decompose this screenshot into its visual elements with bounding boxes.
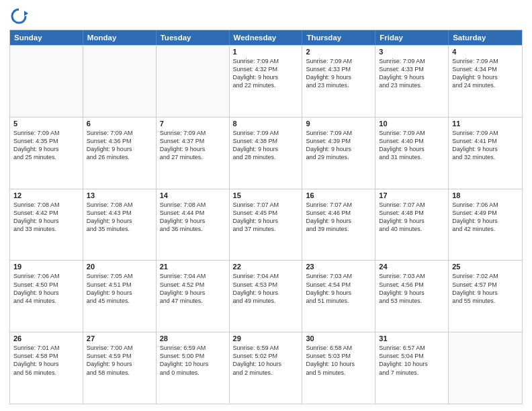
calendar-cell-11: 11Sunrise: 7:09 AMSunset: 4:41 PMDayligh… (449, 118, 522, 189)
cell-info-line: Sunrise: 7:07 AM (233, 201, 299, 209)
day-number: 27 (87, 334, 152, 342)
calendar-cell-28: 28Sunrise: 6:59 AMSunset: 5:00 PMDayligh… (157, 332, 230, 404)
cell-info-line: Sunset: 4:41 PM (452, 137, 519, 145)
cell-info-line: Sunset: 4:32 PM (233, 65, 299, 73)
cell-info-line: Sunrise: 7:02 AM (452, 272, 519, 280)
cell-info-line: Sunrise: 7:09 AM (452, 57, 519, 65)
weekday-header-monday: Monday (83, 30, 157, 45)
cell-info-line: Sunset: 4:57 PM (452, 281, 519, 289)
cell-info-line: Sunrise: 7:04 AM (233, 272, 299, 280)
cell-info-line: Daylight: 9 hours (379, 289, 445, 297)
calendar-row-2: 12Sunrise: 7:08 AMSunset: 4:42 PMDayligh… (10, 189, 522, 261)
cell-info-line: Sunrise: 7:06 AM (452, 201, 519, 209)
cell-info-line: and 35 minutes. (87, 225, 152, 233)
cell-info-line: Sunrise: 7:00 AM (87, 344, 152, 352)
cell-info-line: Sunrise: 7:09 AM (13, 129, 79, 137)
day-number: 4 (452, 48, 519, 56)
cell-info-line: Sunset: 4:52 PM (160, 281, 226, 289)
cell-info-line: and 5 minutes. (306, 369, 371, 377)
cell-info-line: Daylight: 9 hours (160, 289, 226, 297)
cell-info-line: Sunrise: 7:09 AM (306, 129, 371, 137)
cell-info-line: Daylight: 9 hours (306, 73, 371, 81)
cell-info-line: Daylight: 9 hours (452, 217, 519, 225)
day-number: 3 (379, 48, 445, 56)
cell-info-line: Daylight: 9 hours (306, 289, 371, 297)
calendar: SundayMondayTuesdayWednesdayThursdayFrid… (9, 30, 523, 404)
day-number: 14 (160, 191, 226, 199)
cell-info-line: Sunset: 4:56 PM (379, 281, 445, 289)
calendar-cell-30: 30Sunrise: 6:58 AMSunset: 5:03 PMDayligh… (302, 332, 375, 404)
weekday-header-saturday: Saturday (449, 30, 522, 45)
cell-info-line: Sunset: 4:59 PM (87, 352, 152, 360)
cell-info-line: Sunrise: 7:09 AM (306, 57, 371, 65)
cell-info-line: Sunrise: 7:08 AM (87, 201, 152, 209)
weekday-header-sunday: Sunday (10, 30, 83, 45)
cell-info-line: Sunset: 4:38 PM (233, 137, 299, 145)
cell-info-line: Daylight: 9 hours (452, 145, 519, 153)
calendar-cell-15: 15Sunrise: 7:07 AMSunset: 4:45 PMDayligh… (230, 189, 303, 261)
cell-info-line: and 7 minutes. (379, 369, 445, 377)
calendar-cell-14: 14Sunrise: 7:08 AMSunset: 4:44 PMDayligh… (157, 189, 230, 261)
cell-info-line: Sunset: 4:35 PM (13, 137, 79, 145)
cell-info-line: Daylight: 9 hours (160, 145, 226, 153)
cell-info-line: Daylight: 9 hours (452, 289, 519, 297)
cell-info-line: Sunset: 4:37 PM (160, 137, 226, 145)
cell-info-line: Sunset: 5:02 PM (233, 352, 299, 360)
cell-info-line: and 40 minutes. (379, 225, 445, 233)
calendar-cell-3: 3Sunrise: 7:09 AMSunset: 4:33 PMDaylight… (375, 46, 449, 117)
day-number: 2 (306, 48, 371, 56)
header (9, 7, 523, 26)
calendar-cell-empty (10, 46, 83, 117)
calendar-cell-empty (157, 46, 230, 117)
day-number: 6 (87, 120, 152, 128)
cell-info-line: and 2 minutes. (233, 369, 299, 377)
calendar-cell-empty (83, 46, 157, 117)
weekday-header-wednesday: Wednesday (230, 30, 303, 45)
cell-info-line: and 27 minutes. (160, 153, 226, 161)
cell-info-line: and 23 minutes. (379, 81, 445, 89)
day-number: 5 (13, 120, 79, 128)
calendar-cell-4: 4Sunrise: 7:09 AMSunset: 4:34 PMDaylight… (449, 46, 522, 117)
cell-info-line: Sunrise: 7:08 AM (13, 201, 79, 209)
day-number: 23 (306, 263, 371, 271)
cell-info-line: Sunrise: 7:07 AM (379, 201, 445, 209)
cell-info-line: Sunrise: 6:59 AM (233, 344, 299, 352)
calendar-cell-9: 9Sunrise: 7:09 AMSunset: 4:39 PMDaylight… (302, 118, 375, 189)
cell-info-line: Sunset: 4:44 PM (160, 209, 226, 217)
calendar-row-4: 26Sunrise: 7:01 AMSunset: 4:58 PMDayligh… (10, 332, 522, 404)
day-number: 24 (379, 263, 445, 271)
cell-info-line: and 32 minutes. (452, 153, 519, 161)
cell-info-line: Sunrise: 7:09 AM (233, 129, 299, 137)
day-number: 12 (13, 191, 79, 199)
cell-info-line: Daylight: 9 hours (13, 289, 79, 297)
cell-info-line: Daylight: 9 hours (13, 360, 79, 368)
cell-info-line: Sunset: 5:03 PM (306, 352, 371, 360)
svg-marker-0 (24, 11, 28, 16)
cell-info-line: Daylight: 9 hours (233, 145, 299, 153)
cell-info-line: Sunrise: 6:59 AM (160, 344, 226, 352)
logo (9, 7, 31, 26)
cell-info-line: Sunset: 4:50 PM (13, 281, 79, 289)
cell-info-line: Daylight: 9 hours (87, 145, 152, 153)
calendar-row-0: 1Sunrise: 7:09 AMSunset: 4:32 PMDaylight… (10, 45, 522, 117)
cell-info-line: Sunset: 4:33 PM (306, 65, 371, 73)
calendar-cell-17: 17Sunrise: 7:07 AMSunset: 4:48 PMDayligh… (375, 189, 449, 261)
cell-info-line: and 26 minutes. (87, 153, 152, 161)
cell-info-line: Sunset: 4:40 PM (379, 137, 445, 145)
cell-info-line: Sunrise: 7:09 AM (160, 129, 226, 137)
cell-info-line: Sunrise: 6:58 AM (306, 344, 371, 352)
cell-info-line: Daylight: 10 hours (306, 360, 371, 368)
cell-info-line: Sunrise: 7:09 AM (87, 129, 152, 137)
calendar-cell-22: 22Sunrise: 7:04 AMSunset: 4:53 PMDayligh… (230, 261, 303, 332)
calendar-cell-19: 19Sunrise: 7:06 AMSunset: 4:50 PMDayligh… (10, 261, 83, 332)
cell-info-line: Sunset: 5:04 PM (379, 352, 445, 360)
day-number: 15 (233, 191, 299, 199)
cell-info-line: Daylight: 9 hours (233, 217, 299, 225)
calendar-cell-8: 8Sunrise: 7:09 AMSunset: 4:38 PMDaylight… (230, 118, 303, 189)
cell-info-line: Sunrise: 7:06 AM (13, 272, 79, 280)
cell-info-line: Sunset: 4:58 PM (13, 352, 79, 360)
day-number: 21 (160, 263, 226, 271)
cell-info-line: Daylight: 9 hours (452, 73, 519, 81)
calendar-row-3: 19Sunrise: 7:06 AMSunset: 4:50 PMDayligh… (10, 260, 522, 332)
cell-info-line: Daylight: 9 hours (233, 73, 299, 81)
